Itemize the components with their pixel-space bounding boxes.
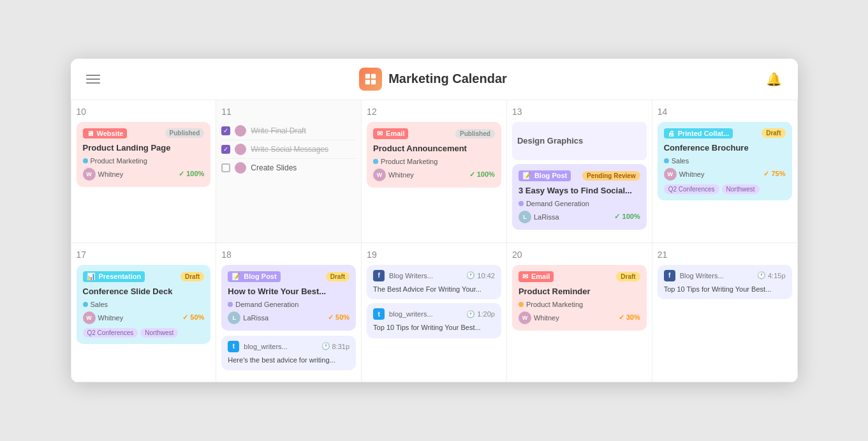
- card-tag: Product Marketing: [83, 157, 205, 165]
- avatar: L: [228, 311, 240, 324]
- card-title: Product Reminder: [519, 287, 640, 297]
- todo-item[interactable]: Write Final Draft: [221, 122, 356, 140]
- card-type-label: 🖨 Printed Collat...: [664, 128, 733, 138]
- card-footer: W Whitney ✓ 100%: [83, 168, 205, 181]
- svg-rect-2: [365, 80, 370, 84]
- status-badge: Pending Review: [582, 171, 640, 181]
- day-11: 11 Write Final Draft Write Social Messag…: [216, 100, 362, 243]
- avatar: L: [519, 211, 531, 223]
- twitter-icon: t: [228, 341, 239, 352]
- card-footer: W Whitney ✓ 75%: [664, 168, 786, 181]
- progress-value: ✓ 50%: [328, 313, 349, 322]
- tag-pill-2: Northwest: [722, 184, 760, 194]
- social-handle: Blog Writers...: [389, 272, 433, 280]
- email-card[interactable]: ✉ Email Published Product Announcement P…: [367, 122, 501, 188]
- avatar: [235, 125, 246, 137]
- svg-rect-1: [371, 74, 376, 78]
- social-card-19-top[interactable]: f Blog Writers... 🕐 10:42 The Best Advic…: [367, 265, 501, 299]
- todo-text: Write Final Draft: [251, 126, 356, 135]
- progress-value: ✓ 50%: [182, 313, 204, 322]
- app-title: Marketing Calendar: [388, 71, 507, 86]
- avatar: W: [373, 168, 386, 181]
- tag-pill-1: Q2 Conferences: [664, 184, 719, 194]
- calendar-grid: 10 🖥 Website Published Product Landing P…: [71, 100, 798, 382]
- card-tag: Sales: [83, 301, 205, 308]
- card-tag: Demand Generation: [228, 301, 349, 308]
- bell-icon[interactable]: 🔔: [766, 71, 782, 87]
- social-card-19-bottom[interactable]: t blog_writers... 🕐 1:20p Top 10 Tips fo…: [367, 303, 501, 338]
- header: Marketing Calendar 🔔: [71, 59, 798, 100]
- presentation-card[interactable]: 📊 Presentation Draft Conference Slide De…: [77, 265, 211, 344]
- day-12: 12 ✉ Email Published Product Announcemen…: [362, 100, 507, 243]
- card-title: Conference Brochure: [664, 143, 786, 154]
- card-tag: Product Marketing: [373, 158, 495, 165]
- social-text: Here's the best advice for writing...: [228, 355, 349, 365]
- todo-text: Create Slides: [251, 163, 356, 172]
- day-number: 17: [77, 250, 211, 260]
- card-title: 3 Easy Ways to Find Social...: [519, 186, 640, 197]
- day-10: 10 🖥 Website Published Product Landing P…: [71, 100, 217, 243]
- svg-rect-0: [365, 74, 370, 78]
- avatar: W: [664, 168, 677, 181]
- email-card-20[interactable]: ✉ Email Draft Product Reminder Product M…: [512, 265, 647, 331]
- card-title: Product Landing Page: [83, 143, 205, 154]
- progress-value: ✓ 100%: [179, 170, 204, 178]
- social-text: Top 10 Tips for Writing Your Best...: [664, 285, 786, 294]
- card-footer: W Whitney ✓ 30%: [519, 311, 640, 324]
- design-graphics-card[interactable]: Design Graphics: [512, 122, 647, 160]
- social-card-21[interactable]: f Blog Writers... 🕐 4:15p Top 10 Tips fo…: [658, 265, 792, 299]
- progress-value: ✓ 100%: [469, 170, 495, 179]
- avatar: [235, 144, 246, 155]
- status-badge: Published: [455, 129, 495, 138]
- avatar: W: [519, 311, 531, 324]
- website-card[interactable]: 🖥 Website Published Product Landing Page…: [77, 122, 211, 187]
- card-type-label: 🖥 Website: [83, 128, 128, 138]
- checkbox-1[interactable]: [221, 126, 230, 135]
- tag-pill-1: Q2 Conferences: [83, 328, 138, 338]
- checkbox-3[interactable]: [221, 163, 230, 172]
- todo-item[interactable]: Create Slides: [221, 159, 356, 177]
- progress-value: ✓ 30%: [619, 313, 640, 322]
- card-footer: W Whitney ✓ 100%: [373, 168, 495, 181]
- blogpost-card-18[interactable]: 📝 Blog Post Draft How to Write Your Best…: [221, 265, 356, 331]
- social-time: 🕐 10:42: [466, 271, 495, 280]
- svg-rect-3: [371, 80, 376, 84]
- progress-value: ✓ 100%: [614, 213, 640, 221]
- calendar: 10 🖥 Website Published Product Landing P…: [71, 100, 798, 382]
- app-window: Marketing Calendar 🔔 10 🖥 Website Publis…: [71, 59, 798, 382]
- checkbox-2[interactable]: [221, 145, 230, 154]
- tags-row: Q2 Conferences Northwest: [83, 328, 205, 338]
- menu-button[interactable]: [86, 75, 100, 84]
- card-tag: Demand Generation: [519, 200, 640, 207]
- card-title: Conference Slide Deck: [83, 287, 205, 297]
- card-tag: Product Marketing: [519, 301, 640, 308]
- card-type-label: 📊 Presentation: [83, 271, 145, 282]
- blogpost-card[interactable]: 📝 Blog Post Pending Review 3 Easy Ways t…: [512, 164, 647, 230]
- card-footer: L LaRissa ✓ 50%: [228, 311, 349, 324]
- progress-value: ✓ 75%: [763, 170, 785, 178]
- day-number: 21: [658, 250, 792, 260]
- facebook-icon: f: [664, 270, 675, 281]
- day-number: 10: [77, 107, 211, 117]
- day-17: 17 📊 Presentation Draft Conference Slide…: [71, 243, 217, 382]
- twitter-icon: t: [373, 308, 385, 320]
- social-handle: blog_writers...: [389, 310, 432, 318]
- day-number: 14: [658, 107, 792, 117]
- day-number: 19: [367, 250, 501, 260]
- card-type-label: ✉ Email: [519, 271, 554, 282]
- day-number: 20: [512, 250, 647, 260]
- status-badge: Draft: [761, 128, 785, 138]
- card-type-label: 📝 Blog Post: [228, 271, 280, 282]
- day-number: 13: [512, 107, 647, 117]
- tag-pill-2: Northwest: [140, 328, 178, 338]
- social-card-18[interactable]: t blog_writers... 🕐 8:31p Here's the bes…: [221, 336, 356, 370]
- card-type-label: ✉ Email: [373, 128, 408, 139]
- design-graphics-text: Design Graphics: [517, 136, 583, 146]
- card-title: How to Write Your Best...: [228, 287, 349, 297]
- todo-item[interactable]: Write Social Messages: [221, 140, 356, 159]
- printed-card[interactable]: 🖨 Printed Collat... Draft Conference Bro…: [658, 122, 792, 200]
- status-badge: Draft: [180, 272, 204, 281]
- day-number: 11: [221, 107, 356, 117]
- social-text: Top 10 Tips for Writing Your Best...: [373, 323, 495, 333]
- avatar: W: [83, 311, 96, 324]
